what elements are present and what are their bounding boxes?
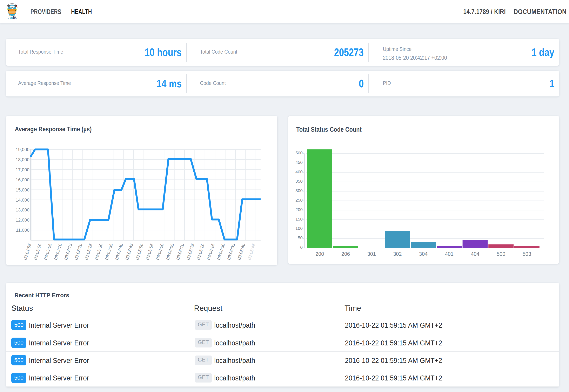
svg-text:304: 304: [419, 251, 428, 257]
svg-text:500: 500: [295, 151, 303, 155]
svg-text:12,000: 12,000: [16, 217, 29, 223]
svg-text:03:05:15: 03:05:15: [63, 243, 73, 260]
svg-text:03:06:00: 03:06:00: [155, 243, 165, 260]
svg-text:16,000: 16,000: [16, 177, 29, 182]
svg-text:03:05:25: 03:05:25: [84, 243, 93, 260]
svg-text:03:05:35: 03:05:35: [104, 243, 114, 260]
svg-text:03:05:50: 03:05:50: [135, 243, 144, 260]
svg-text:03:06:05: 03:06:05: [165, 243, 175, 260]
svg-text:03:05:20: 03:05:20: [74, 243, 83, 260]
svg-text:350: 350: [295, 179, 303, 183]
svg-text:19,000: 19,000: [16, 147, 29, 152]
svg-text:401: 401: [445, 251, 454, 257]
svg-text:03:05:10: 03:05:10: [53, 243, 63, 260]
svg-text:03:06:20: 03:06:20: [196, 243, 205, 260]
svg-text:503: 503: [523, 251, 531, 257]
svg-text:400: 400: [295, 169, 303, 174]
svg-text:03:04:55: 03:04:55: [23, 243, 32, 260]
svg-text:300: 300: [295, 188, 303, 193]
svg-text:03:06:15: 03:06:15: [185, 243, 195, 260]
svg-text:200: 200: [315, 251, 324, 257]
svg-text:50: 50: [298, 235, 303, 240]
svg-text:17,000: 17,000: [16, 167, 29, 172]
svg-text:0: 0: [300, 245, 303, 250]
svg-text:13,000: 13,000: [16, 207, 29, 212]
svg-text:11,000: 11,000: [16, 227, 29, 233]
svg-text:03:06:10: 03:06:10: [175, 243, 185, 260]
svg-text:03:06:30: 03:06:30: [216, 243, 226, 260]
svg-text:250: 250: [295, 198, 303, 202]
svg-text:404: 404: [471, 251, 480, 257]
svg-text:150: 150: [295, 217, 303, 221]
svg-text:03:05:00: 03:05:00: [33, 243, 42, 260]
svg-text:450: 450: [295, 160, 303, 165]
svg-text:03:05:40: 03:05:40: [114, 243, 124, 260]
svg-text:03:06:25: 03:06:25: [206, 243, 215, 260]
svg-text:03:05:05: 03:05:05: [43, 243, 53, 260]
svg-text:302: 302: [393, 251, 402, 257]
svg-text:100: 100: [295, 226, 303, 231]
svg-text:03:06:35: 03:06:35: [226, 243, 236, 260]
svg-text:03:05:45: 03:05:45: [125, 243, 134, 260]
svg-text:301: 301: [367, 251, 376, 257]
svg-text:03:05:55: 03:05:55: [145, 243, 155, 260]
svg-text:15,000: 15,000: [16, 187, 29, 193]
svg-text:træfik: træfik: [8, 15, 17, 20]
svg-text:500: 500: [497, 251, 505, 257]
svg-text:206: 206: [341, 251, 350, 257]
svg-text:03:05:30: 03:05:30: [94, 243, 103, 260]
svg-text:03:06:45: 03:06:45: [247, 243, 256, 260]
svg-text:14,000: 14,000: [16, 197, 29, 203]
svg-text:18,000: 18,000: [16, 157, 29, 162]
svg-text:200: 200: [295, 207, 303, 212]
svg-text:03:06:40: 03:06:40: [236, 243, 246, 260]
